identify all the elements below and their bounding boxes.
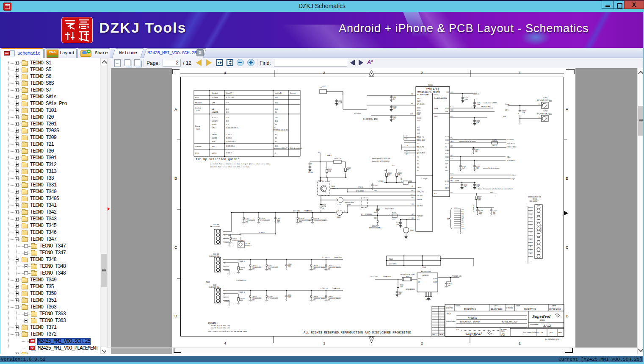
svg-text:C12: C12	[410, 113, 413, 115]
svg-text:150: 150	[275, 102, 278, 104]
svg-text:BATON: BATON	[445, 187, 449, 189]
svg-text:VCAMA 0 0: VCAMA 0 0	[507, 160, 515, 161]
svg-text:H2: H2	[412, 190, 414, 192]
svg-text:A: A	[566, 107, 568, 111]
svg-text:VUSB: VUSB	[445, 153, 448, 155]
svg-text:1uF: 1uF	[393, 108, 396, 110]
svg-text:H3: H3	[412, 203, 414, 205]
svg-text:0.70~1.35: 0.70~1.35	[226, 96, 234, 98]
svg-text:14: 14	[530, 253, 531, 254]
svg-text:SINK: SINK	[446, 92, 449, 93]
svg-text:VBB: VBB	[417, 114, 420, 115]
svg-text:30: 30	[275, 133, 277, 136]
svg-text:PMU(1/5): PMU(1/5)	[426, 88, 439, 91]
svg-text:1: 1	[398, 214, 399, 216]
svg-text:AU3B2B: AU3B2B	[423, 275, 428, 276]
svg-text:H9: H9	[462, 220, 463, 221]
svg-text:0 T: 0 T	[361, 214, 364, 215]
svg-text:VIB: VIB	[445, 167, 447, 168]
svg-text:K2: K2	[451, 106, 452, 108]
svg-text:Vibrator: Vibrator	[195, 145, 202, 147]
svg-text:G5: G5	[462, 215, 464, 217]
svg-text:1uF: 1uF	[464, 186, 467, 188]
svg-text:MM: MM	[313, 268, 315, 270]
svg-text:SPL_ANLG: SPL_ANLG	[417, 94, 425, 95]
svg-text:NM: NM	[493, 213, 495, 215]
svg-text:4GND1: 4GND1	[224, 242, 229, 244]
svg-text:100: 100	[275, 120, 278, 122]
svg-text:LEDK 0: LEDK 0	[473, 93, 478, 95]
svg-text:AW3005DNR: AW3005DNR	[421, 270, 431, 272]
svg-text:Mount the capacitor with 1uf w: Mount the capacitor with 1uf when no ext…	[478, 188, 513, 190]
svg-text:Product Name: Product Name	[446, 321, 455, 322]
svg-text:ISENSE: ISENSE	[417, 199, 423, 200]
svg-text:NM: NM	[399, 293, 401, 295]
svg-text:+ R7: + R7	[322, 86, 326, 87]
svg-text:C149: C149	[308, 163, 312, 165]
svg-text:PC903M8813L: PC903M8813L	[236, 280, 246, 281]
svg-text:VCCK_ADJ: VCCK_ADJ	[417, 139, 425, 141]
svg-text:1: 1	[224, 259, 225, 261]
svg-text:MM: MM	[478, 199, 481, 201]
svg-text:9: 9	[530, 235, 531, 236]
svg-text:8: 8	[531, 231, 531, 233]
svg-text:MM: MM	[240, 300, 243, 301]
svg-text:MM: MM	[328, 299, 330, 301]
svg-text:VDDC1: VDDC1	[417, 117, 421, 119]
svg-text:L6: L6	[401, 178, 402, 179]
svg-text:MM: MM	[313, 299, 315, 301]
svg-text:PWRKEY: PWRKEY	[365, 214, 372, 215]
svg-text:33pF: 33pF	[288, 296, 292, 298]
svg-text:2: 2	[275, 152, 276, 154]
svg-text:R16: R16	[451, 173, 453, 175]
svg-text:D: D	[174, 314, 177, 318]
svg-text:6: 6	[531, 224, 531, 226]
svg-text:4: 4	[224, 71, 226, 75]
svg-text:MT6261DA/A TECNO: MT6261DA/A TECNO	[417, 91, 440, 94]
svg-text:F13: F13	[462, 226, 464, 228]
svg-text:m2425_mmi_v00: m2425_mmi_v00	[502, 321, 517, 323]
svg-text:VBAT2: VBAT2	[417, 100, 421, 102]
svg-text:1.85/2.8/3.3: 1.85/2.8/3.3	[226, 140, 236, 142]
svg-text:VSIM2: VSIM2	[445, 160, 449, 161]
svg-text:CHRIN: CHRIN	[417, 187, 422, 189]
svg-text:2: 2	[344, 198, 345, 200]
svg-text:VCORE: VCORE	[445, 136, 450, 138]
svg-text:VR3: VR3	[417, 160, 419, 161]
svg-text:Z10B: Z10B	[410, 230, 414, 231]
svg-text:VIO3: VIO3	[417, 133, 420, 134]
svg-text:VRF: VRF	[503, 116, 506, 117]
svg-text:VB3: VB3	[417, 170, 419, 172]
svg-text:VCCIO: VCCIO	[212, 117, 218, 119]
svg-text:R117 0: R117 0	[492, 139, 497, 141]
svg-text:45: 45	[275, 123, 277, 125]
svg-text:Charger: Charger	[422, 178, 428, 180]
svg-text:-: -	[440, 312, 441, 314]
svg-text:1: 1	[336, 198, 337, 200]
svg-text:VA: VA	[212, 108, 214, 110]
svg-text:M11: M11	[451, 180, 453, 182]
svg-text:1 BLT 2 20: 1 BLT 2 20	[334, 158, 341, 160]
svg-text:R9: R9	[411, 103, 413, 105]
svg-text:VIO1: VIO1	[417, 127, 420, 128]
svg-text:C4: C4	[451, 158, 453, 160]
svg-text:3L3-K003F35A: 3L3-K003F35A	[209, 286, 220, 288]
svg-text:1: 1	[531, 207, 531, 208]
svg-text:-: -	[434, 312, 434, 314]
svg-text:70: 70	[275, 111, 277, 113]
svg-text:VBAT100: VBAT100	[304, 210, 312, 212]
svg-text:4.7Kohm for a short I2C bus le: 4.7Kohm for a short I2C bus length (less…	[210, 163, 271, 165]
svg-text:VS3: VS3	[417, 150, 419, 151]
svg-text:J100 MM: J100 MM	[213, 253, 219, 255]
svg-text:150: 150	[275, 108, 278, 110]
svg-text:VRTC: VRTC	[212, 152, 216, 154]
svg-text:VOUT: VOUT	[433, 281, 438, 283]
svg-text:NM: NM	[384, 170, 387, 172]
svg-text:3.3: 3.3	[226, 123, 229, 125]
svg-text:3: 3	[224, 238, 225, 240]
svg-text:-: -	[434, 325, 434, 327]
svg-text:RF LDO: RF LDO	[195, 102, 202, 104]
svg-text:2.8: 2.8	[226, 108, 229, 110]
svg-text:1.8/2.8/3.0/3.3: 1.8/2.8/3.0/3.3	[226, 127, 238, 129]
svg-text:2: 2	[344, 211, 345, 212]
